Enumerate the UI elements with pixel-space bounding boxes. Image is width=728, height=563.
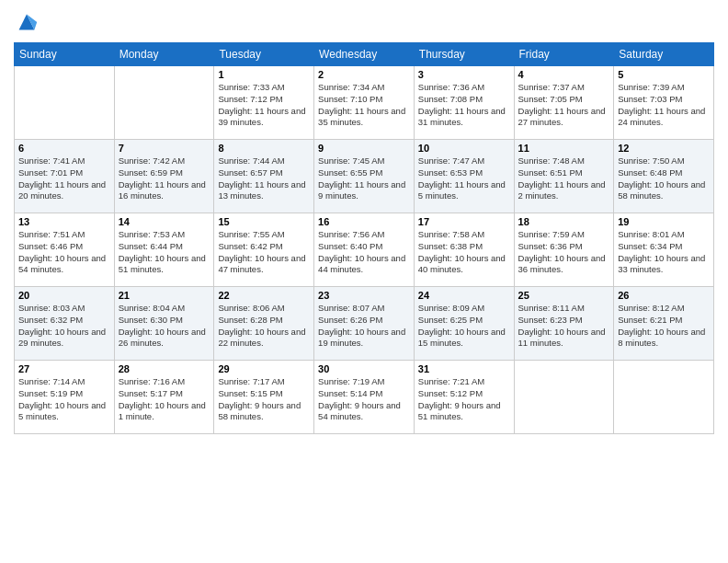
day-number: 10 [418, 143, 510, 154]
day-number: 20 [18, 290, 110, 301]
day-info: Sunrise: 7:37 AMSunset: 7:05 PMDaylight:… [518, 82, 610, 129]
day-info: Sunrise: 8:07 AMSunset: 6:26 PMDaylight:… [318, 303, 410, 350]
day-number: 17 [418, 216, 510, 227]
day-info: Sunrise: 8:09 AMSunset: 6:25 PMDaylight:… [418, 303, 510, 350]
calendar-cell: 1Sunrise: 7:33 AMSunset: 7:12 PMDaylight… [214, 66, 314, 140]
day-number: 19 [618, 216, 710, 227]
day-info: Sunrise: 7:47 AMSunset: 6:53 PMDaylight:… [418, 155, 510, 202]
calendar-cell: 2Sunrise: 7:34 AMSunset: 7:10 PMDaylight… [314, 66, 415, 140]
calendar-cell: 8Sunrise: 7:44 AMSunset: 6:57 PMDaylight… [214, 140, 314, 213]
calendar-cell [15, 66, 115, 140]
day-info: Sunrise: 7:56 AMSunset: 6:40 PMDaylight:… [318, 229, 410, 276]
day-info: Sunrise: 7:33 AMSunset: 7:12 PMDaylight:… [218, 82, 310, 129]
calendar-cell: 14Sunrise: 7:53 AMSunset: 6:44 PMDayligh… [114, 213, 214, 287]
day-number: 26 [618, 290, 710, 301]
day-number: 21 [119, 290, 210, 301]
day-info: Sunrise: 7:50 AMSunset: 6:48 PMDaylight:… [618, 155, 710, 202]
calendar-cell: 15Sunrise: 7:55 AMSunset: 6:42 PMDayligh… [214, 213, 314, 287]
day-info: Sunrise: 7:58 AMSunset: 6:38 PMDaylight:… [418, 229, 510, 276]
calendar-cell: 13Sunrise: 7:51 AMSunset: 6:46 PMDayligh… [15, 213, 115, 287]
calendar-cell: 11Sunrise: 7:48 AMSunset: 6:51 PMDayligh… [514, 140, 614, 213]
day-info: Sunrise: 7:17 AMSunset: 5:15 PMDaylight:… [218, 376, 310, 423]
calendar-cell: 18Sunrise: 7:59 AMSunset: 6:36 PMDayligh… [514, 213, 614, 287]
calendar-cell: 25Sunrise: 8:11 AMSunset: 6:23 PMDayligh… [514, 287, 614, 361]
weekday-header: Sunday [15, 43, 115, 66]
day-number: 16 [318, 216, 410, 227]
logo-icon [14, 9, 40, 35]
day-number: 29 [218, 363, 310, 374]
day-info: Sunrise: 7:21 AMSunset: 5:12 PMDaylight:… [418, 376, 510, 423]
calendar-cell: 23Sunrise: 8:07 AMSunset: 6:26 PMDayligh… [314, 287, 415, 361]
calendar-cell [514, 361, 614, 434]
calendar-cell: 7Sunrise: 7:42 AMSunset: 6:59 PMDaylight… [114, 140, 214, 213]
day-number: 27 [18, 363, 110, 374]
day-number: 3 [418, 69, 510, 80]
day-info: Sunrise: 7:16 AMSunset: 5:17 PMDaylight:… [119, 376, 210, 423]
calendar-cell: 6Sunrise: 7:41 AMSunset: 7:01 PMDaylight… [15, 140, 115, 213]
calendar-cell: 5Sunrise: 7:39 AMSunset: 7:03 PMDaylight… [614, 66, 714, 140]
calendar-week-row: 13Sunrise: 7:51 AMSunset: 6:46 PMDayligh… [15, 213, 714, 287]
weekday-header: Friday [514, 43, 614, 66]
day-number: 2 [318, 69, 410, 80]
calendar-cell: 16Sunrise: 7:56 AMSunset: 6:40 PMDayligh… [314, 213, 415, 287]
day-number: 30 [318, 363, 410, 374]
calendar-cell: 28Sunrise: 7:16 AMSunset: 5:17 PMDayligh… [114, 361, 214, 434]
day-info: Sunrise: 8:01 AMSunset: 6:34 PMDaylight:… [618, 229, 710, 276]
calendar-cell: 17Sunrise: 7:58 AMSunset: 6:38 PMDayligh… [414, 213, 514, 287]
day-number: 14 [119, 216, 210, 227]
day-info: Sunrise: 7:34 AMSunset: 7:10 PMDaylight:… [318, 82, 410, 129]
day-info: Sunrise: 7:59 AMSunset: 6:36 PMDaylight:… [518, 229, 610, 276]
calendar-cell [114, 66, 214, 140]
calendar-week-row: 1Sunrise: 7:33 AMSunset: 7:12 PMDaylight… [15, 66, 714, 140]
day-info: Sunrise: 7:55 AMSunset: 6:42 PMDaylight:… [218, 229, 310, 276]
day-number: 11 [518, 143, 610, 154]
day-info: Sunrise: 7:41 AMSunset: 7:01 PMDaylight:… [18, 155, 110, 202]
header [14, 9, 714, 35]
calendar-cell: 4Sunrise: 7:37 AMSunset: 7:05 PMDaylight… [514, 66, 614, 140]
calendar-cell: 3Sunrise: 7:36 AMSunset: 7:08 PMDaylight… [414, 66, 514, 140]
day-info: Sunrise: 7:36 AMSunset: 7:08 PMDaylight:… [418, 82, 510, 129]
day-info: Sunrise: 8:04 AMSunset: 6:30 PMDaylight:… [119, 303, 210, 350]
day-info: Sunrise: 7:39 AMSunset: 7:03 PMDaylight:… [618, 82, 710, 129]
day-number: 8 [218, 143, 310, 154]
day-number: 5 [618, 69, 710, 80]
calendar-week-row: 27Sunrise: 7:14 AMSunset: 5:19 PMDayligh… [15, 361, 714, 434]
day-info: Sunrise: 8:12 AMSunset: 6:21 PMDaylight:… [618, 303, 710, 350]
day-number: 25 [518, 290, 610, 301]
day-number: 6 [18, 143, 110, 154]
calendar-cell: 29Sunrise: 7:17 AMSunset: 5:15 PMDayligh… [214, 361, 314, 434]
calendar-cell: 10Sunrise: 7:47 AMSunset: 6:53 PMDayligh… [414, 140, 514, 213]
weekday-header: Wednesday [314, 43, 415, 66]
calendar-cell [614, 361, 714, 434]
day-number: 1 [218, 69, 310, 80]
day-number: 24 [418, 290, 510, 301]
calendar-cell: 12Sunrise: 7:50 AMSunset: 6:48 PMDayligh… [614, 140, 714, 213]
day-number: 4 [518, 69, 610, 80]
weekday-header: Monday [114, 43, 214, 66]
day-info: Sunrise: 7:53 AMSunset: 6:44 PMDaylight:… [119, 229, 210, 276]
day-info: Sunrise: 8:06 AMSunset: 6:28 PMDaylight:… [218, 303, 310, 350]
logo [14, 9, 43, 35]
day-info: Sunrise: 7:19 AMSunset: 5:14 PMDaylight:… [318, 376, 410, 423]
page: SundayMondayTuesdayWednesdayThursdayFrid… [0, 0, 728, 563]
calendar-cell: 20Sunrise: 8:03 AMSunset: 6:32 PMDayligh… [15, 287, 115, 361]
calendar-cell: 19Sunrise: 8:01 AMSunset: 6:34 PMDayligh… [614, 213, 714, 287]
day-number: 18 [518, 216, 610, 227]
calendar-cell: 31Sunrise: 7:21 AMSunset: 5:12 PMDayligh… [414, 361, 514, 434]
day-number: 9 [318, 143, 410, 154]
calendar-cell: 30Sunrise: 7:19 AMSunset: 5:14 PMDayligh… [314, 361, 415, 434]
weekday-header: Tuesday [214, 43, 314, 66]
calendar-cell: 26Sunrise: 8:12 AMSunset: 6:21 PMDayligh… [614, 287, 714, 361]
calendar-week-row: 20Sunrise: 8:03 AMSunset: 6:32 PMDayligh… [15, 287, 714, 361]
calendar-cell: 22Sunrise: 8:06 AMSunset: 6:28 PMDayligh… [214, 287, 314, 361]
day-info: Sunrise: 8:11 AMSunset: 6:23 PMDaylight:… [518, 303, 610, 350]
day-info: Sunrise: 7:51 AMSunset: 6:46 PMDaylight:… [18, 229, 110, 276]
day-info: Sunrise: 7:42 AMSunset: 6:59 PMDaylight:… [119, 155, 210, 202]
calendar-cell: 21Sunrise: 8:04 AMSunset: 6:30 PMDayligh… [114, 287, 214, 361]
day-info: Sunrise: 7:45 AMSunset: 6:55 PMDaylight:… [318, 155, 410, 202]
day-number: 28 [119, 363, 210, 374]
day-number: 7 [119, 143, 210, 154]
calendar-header-row: SundayMondayTuesdayWednesdayThursdayFrid… [15, 43, 714, 66]
calendar-cell: 27Sunrise: 7:14 AMSunset: 5:19 PMDayligh… [15, 361, 115, 434]
calendar-cell: 24Sunrise: 8:09 AMSunset: 6:25 PMDayligh… [414, 287, 514, 361]
